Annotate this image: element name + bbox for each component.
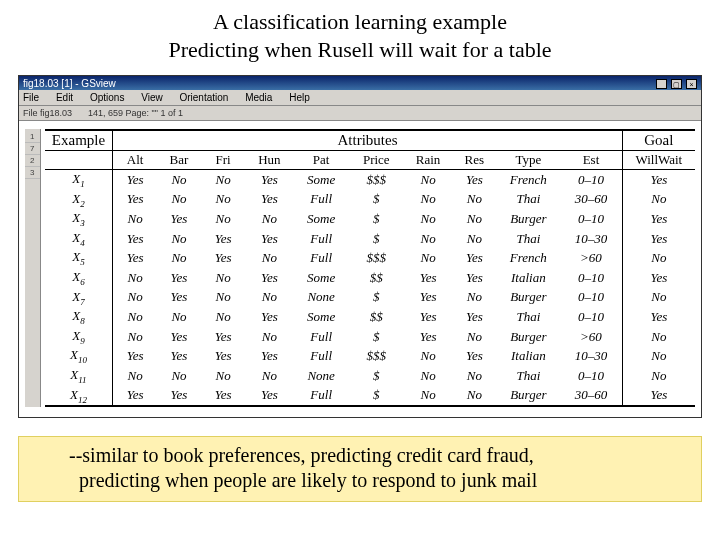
row-example-id: X9 bbox=[45, 327, 113, 347]
data-table: Example Attributes Goal Alt Bar Fri Hun … bbox=[45, 129, 695, 407]
menu-media[interactable]: Media bbox=[245, 92, 272, 103]
cell: No bbox=[245, 248, 293, 268]
cell: $ bbox=[349, 288, 404, 308]
col-fri: Fri bbox=[201, 151, 245, 170]
row-example-id: X1 bbox=[45, 170, 113, 190]
cell: Burger bbox=[496, 386, 560, 407]
cell: Yes bbox=[245, 229, 293, 249]
cell: No bbox=[113, 268, 157, 288]
table-row: X6NoYesNoYesSome$$YesYesItalian0–10Yes bbox=[45, 268, 695, 288]
maximize-button[interactable]: ▢ bbox=[671, 79, 682, 89]
menu-options[interactable]: Options bbox=[90, 92, 124, 103]
cell: 0–10 bbox=[560, 209, 622, 229]
cell: No bbox=[452, 288, 496, 308]
cell: Full bbox=[294, 229, 349, 249]
menu-edit[interactable]: Edit bbox=[56, 92, 73, 103]
cell: $ bbox=[349, 229, 404, 249]
cell: No bbox=[201, 366, 245, 386]
row-example-id: X3 bbox=[45, 209, 113, 229]
cell: Yes bbox=[157, 288, 201, 308]
cell: Yes bbox=[157, 268, 201, 288]
header-example: Example bbox=[45, 130, 113, 151]
cell: No bbox=[157, 307, 201, 327]
cell: 0–10 bbox=[560, 268, 622, 288]
cell: Full bbox=[294, 248, 349, 268]
cell: Full bbox=[294, 386, 349, 407]
cell: No bbox=[201, 268, 245, 288]
cell: Yes bbox=[245, 170, 293, 190]
cell: No bbox=[622, 327, 695, 347]
col-pat: Pat bbox=[294, 151, 349, 170]
cell: Thai bbox=[496, 229, 560, 249]
cell: No bbox=[157, 229, 201, 249]
table-row: X5YesNoYesNoFull$$$NoYesFrench>60No bbox=[45, 248, 695, 268]
cell: No bbox=[245, 366, 293, 386]
cell: Yes bbox=[404, 268, 452, 288]
cell: Yes bbox=[113, 346, 157, 366]
cell: Yes bbox=[622, 209, 695, 229]
side-ruler: 1 7 2 3 bbox=[25, 129, 41, 407]
cell: $ bbox=[349, 327, 404, 347]
row-example-id: X5 bbox=[45, 248, 113, 268]
cell: No bbox=[622, 288, 695, 308]
table-row: X10YesYesYesYesFull$$$NoYesItalian10–30N… bbox=[45, 346, 695, 366]
cell: Italian bbox=[496, 268, 560, 288]
cell: No bbox=[113, 288, 157, 308]
cell: 0–10 bbox=[560, 366, 622, 386]
col-bar: Bar bbox=[157, 151, 201, 170]
cell: Yes bbox=[201, 346, 245, 366]
cell: Yes bbox=[452, 268, 496, 288]
ruler-mark: 1 bbox=[25, 131, 40, 143]
cell: Yes bbox=[201, 229, 245, 249]
cell: Some bbox=[294, 268, 349, 288]
close-button[interactable]: × bbox=[686, 79, 697, 89]
cell: Yes bbox=[157, 386, 201, 407]
cell: No bbox=[404, 190, 452, 210]
menu-view[interactable]: View bbox=[141, 92, 163, 103]
menu-orientation[interactable]: Orientation bbox=[179, 92, 228, 103]
cell: Yes bbox=[622, 170, 695, 190]
cell: $ bbox=[349, 209, 404, 229]
cell: No bbox=[622, 366, 695, 386]
cell: $$$ bbox=[349, 346, 404, 366]
cell: No bbox=[201, 209, 245, 229]
cell: No bbox=[157, 190, 201, 210]
cell: No bbox=[201, 190, 245, 210]
cell: Yes bbox=[113, 229, 157, 249]
cell: $$ bbox=[349, 307, 404, 327]
cell: Yes bbox=[404, 307, 452, 327]
cell: No bbox=[452, 386, 496, 407]
row-example-id: X6 bbox=[45, 268, 113, 288]
menu-help[interactable]: Help bbox=[289, 92, 310, 103]
cell: No bbox=[452, 229, 496, 249]
cell: No bbox=[201, 170, 245, 190]
minimize-button[interactable]: _ bbox=[656, 79, 667, 89]
table-row: X7NoYesNoNoNone$YesNoBurger0–10No bbox=[45, 288, 695, 308]
menu-file[interactable]: File bbox=[23, 92, 39, 103]
header-attributes: Attributes bbox=[113, 130, 622, 151]
col-willwait: WillWait bbox=[622, 151, 695, 170]
row-example-id: X10 bbox=[45, 346, 113, 366]
cell: No bbox=[404, 229, 452, 249]
cell: Yes bbox=[452, 170, 496, 190]
cell: $ bbox=[349, 386, 404, 407]
cell: Yes bbox=[622, 268, 695, 288]
window-title: fig18.03 [1] - GSview bbox=[23, 78, 116, 89]
cell: Yes bbox=[113, 248, 157, 268]
header-row-sub: Alt Bar Fri Hun Pat Price Rain Res Type … bbox=[45, 151, 695, 170]
ruler-mark: 7 bbox=[25, 143, 40, 155]
window-system-buttons: _ ▢ × bbox=[655, 78, 697, 89]
cell: Some bbox=[294, 170, 349, 190]
slide-title-line1: A classification learning example bbox=[213, 9, 507, 34]
cell: Burger bbox=[496, 209, 560, 229]
header-row-top: Example Attributes Goal bbox=[45, 130, 695, 151]
header-goal: Goal bbox=[622, 130, 695, 151]
cell: Yes bbox=[157, 327, 201, 347]
cell: No bbox=[404, 248, 452, 268]
cell: No bbox=[622, 346, 695, 366]
cell: No bbox=[113, 307, 157, 327]
cell: 30–60 bbox=[560, 386, 622, 407]
cell: 0–10 bbox=[560, 288, 622, 308]
cell: Yes bbox=[622, 386, 695, 407]
cell: French bbox=[496, 248, 560, 268]
